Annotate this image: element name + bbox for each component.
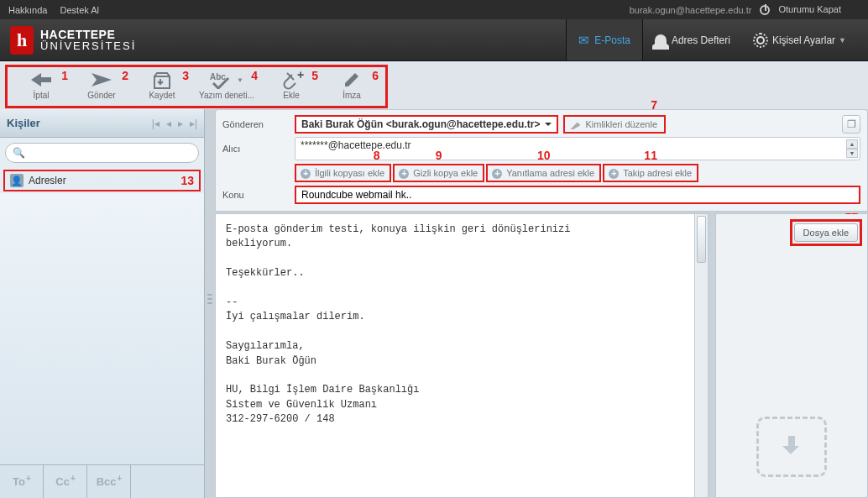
paper-plane-icon bbox=[90, 71, 113, 88]
current-user-email: burak.ogun@hacettepe.edu.tr bbox=[630, 5, 752, 15]
save-draft-button[interactable]: Kaydet 3 bbox=[132, 69, 192, 106]
to-field-stepper[interactable]: ▲▼ bbox=[846, 139, 858, 158]
pager-last-icon[interactable]: ▸| bbox=[190, 118, 197, 129]
insert-cc-button[interactable]: Cc+ bbox=[44, 465, 87, 498]
pager-next-icon[interactable]: ▸ bbox=[178, 118, 183, 129]
add-bcc-link[interactable]: Gizli kopya ekle 9 bbox=[393, 164, 484, 182]
about-link[interactable]: Hakkında bbox=[8, 5, 47, 15]
paperclip-icon bbox=[279, 70, 297, 90]
pager-prev-icon[interactable]: ◂ bbox=[166, 118, 171, 129]
annotation-3: 3 bbox=[182, 69, 189, 82]
person-icon bbox=[655, 34, 667, 46]
attachment-dropzone[interactable] bbox=[756, 417, 827, 477]
contacts-list bbox=[0, 193, 204, 464]
logout-link[interactable]: Oturumu Kapat bbox=[760, 4, 850, 15]
annotation-4: 4 bbox=[251, 69, 258, 82]
contacts-panel: Kişiler |◂ ◂ ▸ ▸| 🔍 👤 Adresler 13 To+ Cc… bbox=[0, 109, 205, 498]
pen-icon bbox=[342, 70, 362, 90]
cancel-button[interactable]: İptal 1 bbox=[11, 69, 71, 106]
addressbook-label: Adresler bbox=[29, 175, 66, 186]
from-label: Gönderen bbox=[222, 119, 295, 129]
contacts-pager: |◂ ◂ ▸ ▸| bbox=[152, 118, 197, 129]
annotation-8: 8 bbox=[374, 149, 380, 162]
compose-toolbar: İptal 1 Gönder 2 Kaydet 3 Abc▼ Yazım den… bbox=[0, 61, 868, 109]
save-draft-icon bbox=[152, 71, 172, 89]
add-cc-link[interactable]: İlgili kopyası ekle 8 bbox=[295, 164, 391, 182]
send-button[interactable]: Gönder 2 bbox=[71, 69, 132, 106]
message-body[interactable] bbox=[216, 214, 708, 497]
chevron-down-icon: ▼ bbox=[839, 36, 846, 45]
stepper-up-icon[interactable]: ▲ bbox=[846, 139, 858, 149]
main-tabs: ✉ E-Posta Adres Defteri Kişisel Ayarlar … bbox=[566, 19, 858, 60]
spellcheck-button[interactable]: Abc▼ Yazım deneti... 4 bbox=[192, 69, 261, 106]
annotation-7: 7 bbox=[651, 98, 657, 112]
annotation-10: 10 bbox=[537, 149, 551, 162]
contacts-panel-header: Kişiler |◂ ◂ ▸ ▸| bbox=[0, 109, 204, 138]
attach-button[interactable]: + Ekle 5 bbox=[261, 69, 322, 106]
compose-headers: Gönderen Baki Burak Öğün <burak.ogun@hac… bbox=[215, 109, 868, 212]
insert-to-button[interactable]: To+ bbox=[0, 465, 44, 498]
compose-panel: Gönderen Baki Burak Öğün <burak.ogun@hac… bbox=[215, 109, 868, 498]
power-icon bbox=[760, 5, 770, 15]
annotation-12: 12 bbox=[844, 213, 858, 217]
annotation-9: 9 bbox=[436, 149, 442, 162]
contacts-search-input[interactable] bbox=[29, 147, 191, 159]
annotation-13: 13 bbox=[180, 174, 194, 187]
from-identity-select[interactable]: Baki Burak Öğün <burak.ogun@hacettepe.ed… bbox=[295, 115, 558, 134]
tab-mail[interactable]: ✉ E-Posta bbox=[566, 19, 643, 60]
insert-bcc-button[interactable]: Bcc+ bbox=[87, 465, 131, 498]
brand-badge-icon: h bbox=[10, 26, 34, 55]
addressbook-icon: 👤 bbox=[10, 174, 24, 187]
stepper-down-icon[interactable]: ▼ bbox=[846, 149, 858, 158]
edit-identities-link[interactable]: Kimlikleri düzenle 7 bbox=[563, 115, 666, 134]
subject-input[interactable] bbox=[295, 186, 860, 204]
brand: h HACETTEPE ÜNİVERSİTESİ bbox=[10, 26, 136, 55]
splitter[interactable] bbox=[205, 109, 215, 498]
subject-label: Konu bbox=[222, 190, 295, 200]
to-field-value: *******@hacettepe.edu.tr bbox=[301, 139, 411, 151]
popout-compose-button[interactable]: ❐ bbox=[842, 115, 860, 134]
attachments-panel: 12 Dosya ekle bbox=[715, 213, 868, 498]
scrollbar-thumb[interactable] bbox=[697, 216, 706, 263]
support-link[interactable]: Destek Al bbox=[60, 5, 99, 15]
signature-button[interactable]: İmza 6 bbox=[322, 69, 382, 106]
svg-text:Abc: Abc bbox=[210, 72, 226, 81]
popout-icon: ❐ bbox=[847, 118, 856, 130]
contacts-footer: To+ Cc+ Bcc+ bbox=[0, 464, 204, 498]
annotation-5: 5 bbox=[311, 69, 318, 82]
chevron-down-icon: ▼ bbox=[237, 76, 243, 84]
compose-toolbar-box: İptal 1 Gönder 2 Kaydet 3 Abc▼ Yazım den… bbox=[5, 65, 388, 108]
envelope-icon: ✉ bbox=[578, 33, 589, 48]
gear-icon bbox=[754, 34, 767, 47]
annotation-1: 1 bbox=[61, 69, 68, 82]
tab-settings[interactable]: Kişisel Ayarlar ▼ bbox=[742, 19, 858, 60]
attach-file-button[interactable]: Dosya ekle bbox=[794, 223, 858, 242]
add-followup-link[interactable]: Takip adresi ekle 11 bbox=[603, 164, 698, 182]
message-body-container bbox=[215, 213, 709, 498]
add-replyto-link[interactable]: Yanıtlama adresi ekle 10 bbox=[486, 164, 601, 182]
brand-line2: ÜNİVERSİTESİ bbox=[40, 40, 136, 51]
back-arrow-icon bbox=[29, 71, 53, 88]
download-arrow-icon bbox=[781, 436, 803, 458]
contacts-panel-title: Kişiler bbox=[7, 117, 40, 129]
pager-first-icon[interactable]: |◂ bbox=[152, 118, 159, 129]
annotation-6: 6 bbox=[372, 69, 379, 82]
utility-bar: Hakkında Destek Al burak.ogun@hacettepe.… bbox=[0, 0, 868, 19]
main-header: h HACETTEPE ÜNİVERSİTESİ ✉ E-Posta Adres… bbox=[0, 19, 868, 61]
annotation-11: 11 bbox=[644, 149, 657, 162]
brand-line1: HACETTEPE bbox=[40, 29, 136, 40]
to-label: Alıcı bbox=[222, 144, 295, 154]
contacts-search[interactable]: 🔍 bbox=[5, 143, 199, 163]
search-icon: 🔍 bbox=[13, 147, 25, 159]
tab-addressbook[interactable]: Adres Defteri bbox=[643, 19, 742, 60]
body-scrollbar[interactable] bbox=[694, 214, 708, 497]
splitter-grip-icon bbox=[207, 291, 212, 317]
addressbook-row[interactable]: 👤 Adresler 13 bbox=[3, 170, 201, 191]
spellcheck-icon: Abc bbox=[210, 71, 235, 89]
annotation-2: 2 bbox=[122, 69, 128, 82]
